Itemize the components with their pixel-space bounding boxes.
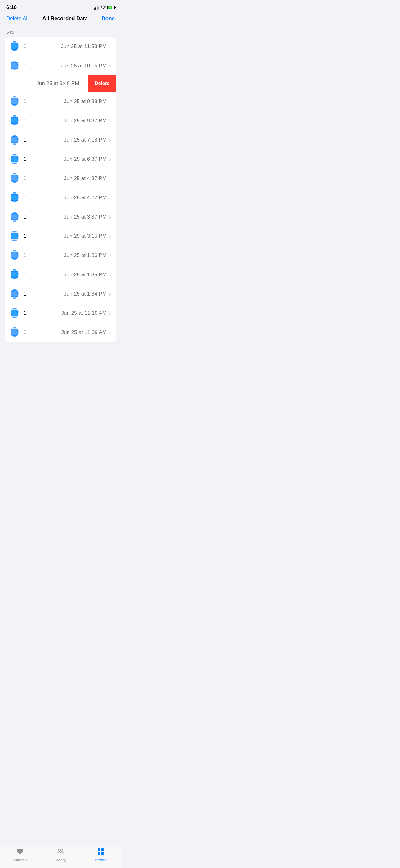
content-area: MIN 1Jun 25 at 11:53 PM› 1Jun 25 at 10:1… (0, 26, 121, 370)
item-date: Jun 25 at 1:35 PM (29, 272, 107, 278)
svg-rect-59 (17, 273, 18, 274)
chevron-icon: › (109, 272, 111, 278)
list-item[interactable]: 1Jun 25 at 1:35 PM› (5, 265, 116, 284)
list-item[interactable]: 1Jun 25 at 4:37 PM› (5, 169, 116, 188)
svg-rect-40 (13, 212, 16, 213)
item-value: 1 (24, 137, 29, 143)
delete-all-button[interactable]: Delete All (6, 16, 29, 22)
list-item-inner[interactable]: Jun 25 at 9:48 PM› (5, 75, 88, 92)
watch-icon (10, 269, 20, 281)
svg-rect-66 (12, 317, 16, 318)
item-date: Jun 25 at 10:15 PM (29, 63, 107, 69)
chevron-icon: › (109, 63, 111, 69)
list-item[interactable]: 1Jun 25 at 7:18 PM› (5, 130, 116, 150)
svg-rect-28 (11, 156, 18, 162)
item-value: 1 (24, 233, 29, 239)
svg-rect-55 (12, 270, 16, 271)
item-date: Jun 25 at 3:37 PM (29, 214, 107, 220)
svg-rect-46 (12, 240, 16, 241)
svg-rect-8 (11, 63, 18, 69)
chevron-icon: › (109, 156, 111, 163)
svg-rect-64 (17, 292, 18, 294)
list-item[interactable]: 1Jun 25 at 4:22 PM› (5, 188, 116, 207)
svg-rect-48 (11, 233, 18, 239)
svg-rect-3 (11, 43, 18, 49)
list-item[interactable]: 1Jun 25 at 3:37 PM› (5, 207, 116, 227)
svg-rect-15 (12, 116, 16, 117)
svg-rect-31 (13, 182, 16, 183)
chevron-icon: › (109, 195, 111, 201)
item-value: 1 (24, 98, 29, 104)
item-date: Jun 25 at 3:15 PM (29, 233, 107, 239)
svg-rect-25 (12, 154, 16, 155)
done-button[interactable]: Done (101, 16, 115, 22)
list-item[interactable]: 1Jun 25 at 1:34 PM› (5, 284, 116, 304)
svg-rect-21 (13, 144, 16, 145)
item-date: Jun 25 at 1:34 PM (29, 291, 107, 297)
item-date: Jun 25 at 4:22 PM (29, 195, 107, 201)
status-icons: ⚡ (94, 5, 115, 10)
list-item[interactable]: 1Jun 25 at 9:38 PM› (5, 92, 116, 111)
chevron-icon: › (109, 118, 111, 124)
svg-rect-50 (13, 250, 16, 251)
svg-rect-61 (13, 298, 16, 299)
item-value: 1 (24, 291, 29, 297)
chevron-icon: › (109, 291, 111, 298)
svg-rect-56 (12, 278, 16, 279)
svg-rect-43 (11, 214, 18, 220)
svg-rect-71 (13, 336, 16, 337)
list-item-swiped: Jun 25 at 9:48 PM›Delete (5, 75, 116, 92)
item-value: 1 (24, 176, 29, 182)
svg-rect-19 (17, 119, 18, 120)
page-title: All Recorded Data (42, 16, 88, 22)
list-item[interactable]: 1Jun 25 at 11:09 AM› (5, 323, 116, 342)
delete-button[interactable]: Delete (88, 75, 116, 92)
list-item[interactable]: 1Jun 25 at 10:15 PM› (5, 56, 116, 75)
svg-rect-53 (11, 252, 18, 258)
svg-rect-58 (11, 272, 18, 278)
chevron-icon: › (109, 98, 111, 105)
watch-icon (10, 96, 20, 107)
list-item[interactable]: 1Jun 25 at 11:53 PM› (5, 37, 116, 56)
watch-icon (10, 327, 20, 338)
svg-rect-49 (17, 235, 18, 236)
svg-rect-68 (11, 310, 18, 316)
svg-rect-63 (11, 291, 18, 297)
svg-rect-44 (17, 215, 18, 217)
item-date: Jun 25 at 6:37 PM (29, 156, 107, 162)
watch-icon (10, 115, 20, 127)
svg-rect-18 (11, 118, 18, 124)
item-value: 1 (24, 156, 29, 162)
svg-rect-16 (12, 124, 16, 125)
watch-icon (10, 288, 20, 300)
watch-icon (10, 134, 20, 146)
item-value: 1 (24, 310, 29, 316)
item-value: 1 (24, 43, 29, 50)
watch-icon (10, 173, 20, 184)
svg-rect-36 (12, 201, 16, 203)
svg-rect-65 (12, 308, 16, 309)
list-item[interactable]: 1Jun 25 at 3:15 PM› (5, 227, 116, 246)
battery-icon: ⚡ (107, 6, 115, 9)
svg-rect-33 (11, 176, 18, 181)
list-item[interactable]: 1Jun 25 at 11:10 AM› (5, 304, 116, 323)
svg-rect-4 (17, 45, 18, 46)
svg-rect-74 (17, 330, 18, 332)
status-time: 6:16 (6, 4, 17, 10)
chevron-icon: › (109, 252, 111, 259)
item-value: 1 (24, 330, 29, 336)
list-item[interactable]: 1Jun 25 at 9:37 PM› (5, 111, 116, 130)
list-item[interactable]: 1Jun 25 at 1:36 PM› (5, 246, 116, 265)
svg-rect-14 (17, 99, 18, 101)
svg-rect-0 (12, 41, 16, 42)
svg-rect-10 (13, 96, 16, 97)
svg-rect-1 (12, 50, 16, 51)
chevron-icon: › (109, 43, 111, 50)
item-date: Jun 25 at 4:37 PM (29, 176, 107, 182)
item-date: Jun 25 at 1:36 PM (29, 252, 107, 258)
watch-icon (10, 211, 20, 223)
watch-icon (10, 41, 20, 53)
section-header: MIN (0, 26, 121, 37)
list-item[interactable]: 1Jun 25 at 6:37 PM› (5, 150, 116, 169)
svg-rect-23 (11, 137, 18, 143)
